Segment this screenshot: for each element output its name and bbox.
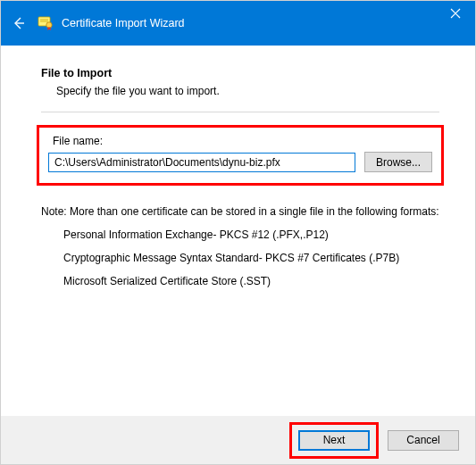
page-subheading: Specify the file you want to import. [56, 85, 439, 97]
content-area: File to Import Specify the file you want… [1, 46, 475, 287]
note-intro: Note: More than one certificate can be s… [41, 205, 439, 218]
file-name-input[interactable] [48, 153, 355, 172]
file-name-label: File name: [53, 135, 432, 147]
svg-point-4 [46, 22, 52, 28]
file-section-highlight: File name: Browse... [37, 125, 444, 186]
divider [41, 112, 439, 112]
titlebar: Certificate Import Wizard [1, 1, 475, 46]
format-line-1: Personal Information Exchange- PKCS #12 … [63, 228, 439, 241]
certificate-icon [37, 14, 54, 32]
close-icon [450, 8, 461, 19]
page-heading: File to Import [41, 67, 439, 79]
file-row: Browse... [48, 152, 432, 172]
footer: Next Cancel [1, 416, 475, 464]
note-block: Note: More than one certificate can be s… [41, 205, 439, 287]
next-button[interactable]: Next [298, 430, 370, 451]
next-button-highlight: Next [289, 422, 379, 459]
format-line-3: Microsoft Serialized Certificate Store (… [63, 275, 439, 287]
browse-button[interactable]: Browse... [364, 152, 432, 172]
close-button[interactable] [435, 1, 475, 26]
back-button[interactable] [4, 9, 33, 37]
back-arrow-icon [11, 15, 27, 31]
window-title: Certificate Import Wizard [62, 17, 185, 29]
cancel-button[interactable]: Cancel [388, 430, 459, 451]
format-line-2: Cryptographic Message Syntax Standard- P… [63, 252, 439, 264]
